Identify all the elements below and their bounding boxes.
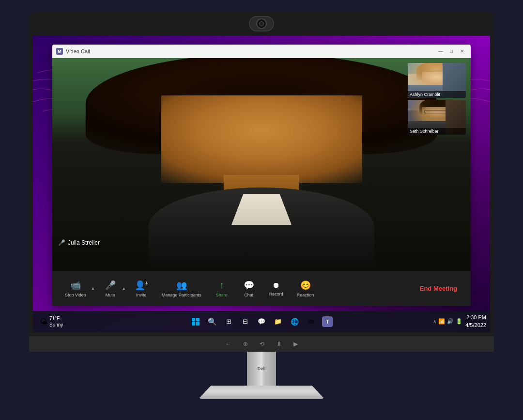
store-button[interactable]: 🛍 bbox=[304, 315, 318, 328]
chat-taskbar-button[interactable]: 💬 bbox=[255, 315, 268, 328]
video-call-window: M Video Call — □ ✕ bbox=[52, 45, 471, 306]
invite-icon: 👤+ bbox=[135, 280, 148, 291]
monitor-stand-neck: Dell bbox=[247, 352, 276, 386]
stop-video-button[interactable]: 📹 Stop Video bbox=[60, 277, 91, 300]
weather-text: 71°F Sunny bbox=[49, 315, 63, 328]
bottom-icon-back[interactable]: ← bbox=[226, 341, 231, 347]
stop-video-label: Stop Video bbox=[65, 293, 86, 297]
taskbar: 🌤 71°F Sunny bbox=[33, 311, 490, 332]
chat-label: Chat bbox=[244, 293, 253, 297]
speaker-icon[interactable]: 🔊 bbox=[447, 318, 454, 325]
mute-chevron-icon[interactable]: ▲ bbox=[122, 286, 126, 291]
reaction-label: Reaction bbox=[297, 293, 314, 297]
start-button[interactable] bbox=[189, 315, 202, 328]
chat-taskbar-icon: 💬 bbox=[258, 318, 265, 325]
record-icon: ⏺ bbox=[272, 281, 280, 290]
window-controls: — □ ✕ bbox=[436, 48, 467, 55]
monitor: M Video Call — □ ✕ bbox=[19, 12, 504, 409]
bottom-icon-play[interactable]: ▶ bbox=[293, 341, 298, 347]
mute-group: 🎤 Mute ▲ bbox=[99, 277, 126, 300]
task-view-button[interactable]: ⊞ bbox=[222, 315, 235, 328]
taskbar-center: 🔍 ⊞ ⊟ 💬 📁 🌐 bbox=[189, 315, 334, 328]
mic-icon: 🎤 bbox=[58, 239, 65, 246]
manage-participants-button[interactable]: 👥 Manage Participants bbox=[157, 277, 206, 300]
participant-name-2: Seth Schreiber bbox=[408, 128, 466, 135]
taskbar-right: ∧ 📶 🔊 🔋 2:30 PM 4/5/2022 bbox=[433, 314, 486, 329]
bottom-icon-add[interactable]: ⊕ bbox=[243, 341, 248, 347]
teams-app-icon: M bbox=[56, 48, 63, 55]
participant-thumb-2[interactable]: Seth Schreiber bbox=[408, 100, 466, 135]
window-title: Video Call bbox=[66, 48, 433, 54]
record-label: Record bbox=[269, 292, 283, 296]
monitor-bottom-bar: ← ⊕ ⟲ ⏸ ▶ bbox=[29, 336, 494, 352]
edge-button[interactable]: 🌐 bbox=[288, 315, 301, 328]
store-icon: 🛍 bbox=[308, 318, 314, 325]
teams-icon: T bbox=[322, 316, 333, 327]
face-skin bbox=[161, 95, 362, 183]
speaker-name: Julia Streller bbox=[68, 239, 100, 246]
manage-participants-label: Manage Participants bbox=[162, 293, 201, 297]
temperature: 71°F bbox=[49, 315, 63, 322]
chat-icon: 💬 bbox=[244, 280, 254, 291]
task-view-icon: ⊞ bbox=[226, 318, 231, 325]
maximize-button[interactable]: □ bbox=[446, 48, 456, 55]
tray-expand-icon[interactable]: ∧ bbox=[433, 319, 436, 324]
wallpaper: M Video Call — □ ✕ bbox=[33, 36, 490, 332]
invite-label: Invite bbox=[136, 293, 147, 297]
mute-button[interactable]: 🎤 Mute bbox=[99, 277, 122, 300]
reaction-button[interactable]: 😊 Reaction bbox=[292, 277, 319, 300]
share-icon: ↑ bbox=[219, 280, 224, 291]
clock-time: 2:30 PM bbox=[465, 314, 486, 321]
participant-name-1: Ashlyn Cramblit bbox=[408, 91, 466, 98]
system-tray: ∧ 📶 🔊 🔋 bbox=[433, 318, 462, 325]
dell-logo: Dell bbox=[258, 366, 266, 371]
clock-date: 4/5/2022 bbox=[465, 322, 486, 329]
chat-button[interactable]: 💬 Chat bbox=[237, 277, 261, 300]
widgets-button[interactable]: ⊟ bbox=[238, 315, 252, 328]
mic-ctrl-icon: 🎤 bbox=[105, 280, 116, 291]
camera-module bbox=[249, 16, 274, 31]
record-button[interactable]: ⏺ Record bbox=[264, 278, 288, 299]
weather-widget[interactable]: 🌤 71°F Sunny bbox=[37, 314, 66, 329]
main-video-area: 🎤 Julia Streller bbox=[52, 58, 471, 271]
search-button[interactable]: 🔍 bbox=[205, 315, 219, 328]
close-button[interactable]: ✕ bbox=[457, 48, 467, 55]
battery-icon: 🔋 bbox=[456, 318, 462, 325]
share-label: Share bbox=[216, 293, 228, 297]
minimize-button[interactable]: — bbox=[436, 48, 446, 55]
participants-icon: 👥 bbox=[176, 280, 187, 291]
speaker-label: 🎤 Julia Streller bbox=[58, 239, 100, 246]
control-bar: 📹 Stop Video ▲ 🎤 Mute ▲ bbox=[52, 271, 471, 306]
person-container bbox=[136, 58, 387, 267]
participant-thumb-1[interactable]: Ashlyn Cramblit bbox=[408, 63, 466, 98]
bottom-icon-pause[interactable]: ⏸ bbox=[276, 341, 282, 347]
teams-button[interactable]: T bbox=[321, 315, 334, 328]
title-bar: M Video Call — □ ✕ bbox=[52, 45, 471, 58]
participant-panel: Ashlyn Cramblit bbox=[408, 63, 466, 135]
file-explorer-icon: 📁 bbox=[274, 318, 282, 325]
bottom-icon-refresh[interactable]: ⟲ bbox=[260, 341, 264, 347]
edge-icon: 🌐 bbox=[291, 318, 299, 326]
wifi-icon: 📶 bbox=[438, 318, 445, 325]
monitor-stand-base bbox=[199, 386, 324, 399]
reaction-icon: 😊 bbox=[300, 280, 311, 291]
monitor-screen: M Video Call — □ ✕ bbox=[29, 36, 494, 336]
windows-logo-icon bbox=[192, 318, 200, 326]
mute-label: Mute bbox=[106, 293, 115, 297]
video-chevron-icon[interactable]: ▲ bbox=[91, 286, 95, 291]
stop-video-group: 📹 Stop Video ▲ bbox=[60, 277, 95, 300]
system-clock[interactable]: 2:30 PM 4/5/2022 bbox=[465, 314, 486, 329]
camera-lens-inner bbox=[259, 21, 264, 26]
share-button[interactable]: ↑ Share bbox=[210, 277, 233, 300]
file-explorer-button[interactable]: 📁 bbox=[271, 315, 285, 328]
video-icon: 📹 bbox=[70, 280, 81, 291]
taskbar-left: 🌤 71°F Sunny bbox=[37, 314, 134, 329]
end-meeting-button[interactable]: End Meeting bbox=[414, 282, 463, 295]
camera-lens bbox=[256, 18, 267, 29]
invite-button[interactable]: 👤+ Invite bbox=[130, 277, 153, 300]
widgets-icon: ⊟ bbox=[243, 318, 248, 325]
monitor-bezel-top bbox=[29, 12, 494, 36]
weather-condition: Sunny bbox=[49, 322, 63, 328]
weather-icon: 🌤 bbox=[40, 317, 47, 326]
search-icon: 🔍 bbox=[208, 317, 217, 326]
